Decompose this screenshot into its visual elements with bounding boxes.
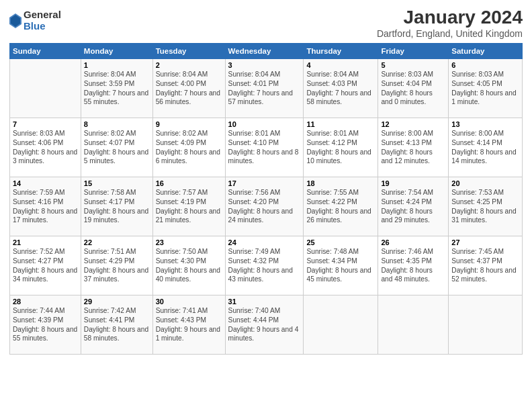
day-info: Sunrise: 8:00 AMSunset: 4:14 PMDaylight:… bbox=[451, 129, 519, 166]
calendar-day: 1Sunrise: 8:04 AMSunset: 3:59 PMDaylight… bbox=[81, 59, 152, 118]
day-number: 8 bbox=[84, 120, 150, 128]
day-info: Sunrise: 7:51 AMSunset: 4:29 PMDaylight:… bbox=[84, 247, 150, 284]
sunrise: Sunrise: 7:41 AM bbox=[156, 307, 208, 314]
sunrise: Sunrise: 8:01 AM bbox=[228, 130, 281, 137]
calendar-day: 15Sunrise: 7:58 AMSunset: 4:17 PMDayligh… bbox=[81, 177, 152, 236]
day-info: Sunrise: 7:48 AMSunset: 4:34 PMDaylight:… bbox=[306, 247, 375, 284]
sunrise: Sunrise: 8:02 AM bbox=[84, 130, 136, 137]
sunset: Sunset: 4:30 PM bbox=[156, 257, 206, 265]
calendar-day bbox=[378, 295, 449, 355]
sunset: Sunset: 4:29 PM bbox=[84, 257, 134, 265]
calendar-title: January 2024 bbox=[377, 7, 523, 28]
calendar-subtitle: Dartford, England, United Kingdom bbox=[377, 28, 523, 39]
day-info: Sunrise: 7:46 AMSunset: 4:35 PMDaylight:… bbox=[381, 247, 445, 284]
calendar-day: 8Sunrise: 8:02 AMSunset: 4:07 PMDaylight… bbox=[81, 118, 152, 177]
sunset: Sunset: 4:05 PM bbox=[451, 80, 502, 87]
day-info: Sunrise: 7:59 AMSunset: 4:16 PMDaylight:… bbox=[13, 188, 78, 225]
daylight: Daylight: 8 hours and 40 minutes. bbox=[156, 267, 220, 283]
daylight: Daylight: 9 hours and 4 minutes. bbox=[228, 326, 299, 342]
day-info: Sunrise: 7:58 AMSunset: 4:17 PMDaylight:… bbox=[84, 188, 150, 225]
day-number: 22 bbox=[84, 238, 150, 246]
sunset: Sunset: 4:41 PM bbox=[84, 316, 134, 324]
sunrise: Sunrise: 7:59 AM bbox=[13, 189, 65, 196]
daylight: Daylight: 8 hours and 21 minutes. bbox=[156, 208, 220, 224]
day-number: 24 bbox=[228, 238, 301, 246]
calendar-day: 5Sunrise: 8:03 AMSunset: 4:04 PMDaylight… bbox=[378, 59, 449, 118]
calendar-day: 2Sunrise: 8:04 AMSunset: 4:00 PMDaylight… bbox=[152, 59, 225, 118]
sunset: Sunset: 4:27 PM bbox=[13, 257, 63, 265]
calendar-day: 18Sunrise: 7:55 AMSunset: 4:22 PMDayligh… bbox=[304, 177, 378, 236]
calendar-week-4: 28Sunrise: 7:44 AMSunset: 4:39 PMDayligh… bbox=[10, 295, 523, 355]
calendar-week-0: 1Sunrise: 8:04 AMSunset: 3:59 PMDaylight… bbox=[10, 59, 523, 118]
sunset: Sunset: 4:25 PM bbox=[451, 198, 502, 205]
day-info: Sunrise: 7:44 AMSunset: 4:39 PMDaylight:… bbox=[13, 306, 78, 343]
sunset: Sunset: 4:07 PM bbox=[84, 139, 134, 146]
calendar-day: 13Sunrise: 8:00 AMSunset: 4:14 PMDayligh… bbox=[449, 118, 523, 177]
calendar-day bbox=[449, 295, 523, 355]
day-info: Sunrise: 7:45 AMSunset: 4:37 PMDaylight:… bbox=[451, 247, 519, 284]
day-number: 13 bbox=[451, 120, 519, 128]
day-number: 25 bbox=[306, 238, 375, 246]
sunset: Sunset: 4:14 PM bbox=[451, 139, 502, 146]
sunrise: Sunrise: 8:03 AM bbox=[13, 130, 65, 137]
daylight: Daylight: 8 hours and 0 minutes. bbox=[381, 89, 432, 106]
daylight: Daylight: 8 hours and 12 minutes. bbox=[381, 148, 432, 165]
sunrise: Sunrise: 8:04 AM bbox=[306, 71, 359, 78]
day-info: Sunrise: 7:55 AMSunset: 4:22 PMDaylight:… bbox=[306, 188, 375, 225]
header-monday: Monday bbox=[81, 44, 152, 59]
header-tuesday: Tuesday bbox=[152, 44, 225, 59]
daylight: Daylight: 8 hours and 3 minutes. bbox=[13, 148, 77, 165]
daylight: Daylight: 8 hours and 6 minutes. bbox=[156, 148, 220, 165]
day-info: Sunrise: 8:03 AMSunset: 4:05 PMDaylight:… bbox=[451, 70, 519, 107]
day-number: 10 bbox=[228, 120, 301, 128]
calendar-week-3: 21Sunrise: 7:52 AMSunset: 4:27 PMDayligh… bbox=[10, 236, 523, 295]
sunrise: Sunrise: 8:03 AM bbox=[451, 71, 504, 78]
calendar-day: 9Sunrise: 8:02 AMSunset: 4:09 PMDaylight… bbox=[152, 118, 225, 177]
header-friday: Friday bbox=[378, 44, 449, 59]
day-number: 3 bbox=[228, 61, 301, 69]
daylight: Daylight: 8 hours and 34 minutes. bbox=[13, 267, 77, 283]
daylight: Daylight: 8 hours and 8 minutes. bbox=[228, 148, 299, 165]
day-number: 28 bbox=[13, 298, 78, 306]
sunrise: Sunrise: 7:58 AM bbox=[84, 189, 136, 196]
sunset: Sunset: 4:34 PM bbox=[306, 257, 357, 265]
daylight: Daylight: 8 hours and 26 minutes. bbox=[306, 208, 371, 224]
sunrise: Sunrise: 7:44 AM bbox=[13, 307, 65, 314]
day-number: 9 bbox=[156, 120, 222, 128]
day-info: Sunrise: 8:03 AMSunset: 4:06 PMDaylight:… bbox=[13, 129, 78, 166]
day-info: Sunrise: 7:57 AMSunset: 4:19 PMDaylight:… bbox=[156, 188, 222, 225]
daylight: Daylight: 8 hours and 10 minutes. bbox=[306, 148, 371, 165]
calendar-day: 3Sunrise: 8:04 AMSunset: 4:01 PMDaylight… bbox=[225, 59, 304, 118]
calendar-day: 28Sunrise: 7:44 AMSunset: 4:39 PMDayligh… bbox=[10, 295, 81, 355]
day-info: Sunrise: 8:01 AMSunset: 4:12 PMDaylight:… bbox=[306, 129, 375, 166]
logo-general: General bbox=[24, 9, 61, 21]
daylight: Daylight: 8 hours and 55 minutes. bbox=[13, 326, 77, 342]
sunset: Sunset: 4:19 PM bbox=[156, 198, 206, 205]
daylight: Daylight: 7 hours and 55 minutes. bbox=[84, 89, 148, 106]
calendar-day: 26Sunrise: 7:46 AMSunset: 4:35 PMDayligh… bbox=[378, 236, 449, 295]
daylight: Daylight: 8 hours and 45 minutes. bbox=[306, 267, 371, 283]
day-info: Sunrise: 8:02 AMSunset: 4:09 PMDaylight:… bbox=[156, 129, 222, 166]
sunrise: Sunrise: 8:00 AM bbox=[381, 130, 433, 137]
day-info: Sunrise: 7:53 AMSunset: 4:25 PMDaylight:… bbox=[451, 188, 519, 225]
sunrise: Sunrise: 8:03 AM bbox=[381, 71, 433, 78]
sunset: Sunset: 4:00 PM bbox=[156, 80, 206, 87]
daylight: Daylight: 8 hours and 19 minutes. bbox=[84, 208, 148, 224]
day-info: Sunrise: 8:04 AMSunset: 3:59 PMDaylight:… bbox=[84, 70, 150, 107]
day-info: Sunrise: 7:42 AMSunset: 4:41 PMDaylight:… bbox=[84, 306, 150, 343]
sunset: Sunset: 4:20 PM bbox=[228, 198, 279, 205]
calendar-day: 20Sunrise: 7:53 AMSunset: 4:25 PMDayligh… bbox=[449, 177, 523, 236]
header: General Blue January 2024 Dartford, Engl… bbox=[9, 7, 523, 39]
calendar-day: 14Sunrise: 7:59 AMSunset: 4:16 PMDayligh… bbox=[10, 177, 81, 236]
sunset: Sunset: 4:12 PM bbox=[306, 139, 357, 146]
sunrise: Sunrise: 8:01 AM bbox=[306, 130, 359, 137]
sunset: Sunset: 4:24 PM bbox=[381, 198, 431, 205]
day-number: 16 bbox=[156, 179, 222, 187]
sunrise: Sunrise: 7:40 AM bbox=[228, 307, 281, 314]
daylight: Daylight: 8 hours and 1 minute. bbox=[451, 89, 516, 106]
day-info: Sunrise: 8:01 AMSunset: 4:10 PMDaylight:… bbox=[228, 129, 301, 166]
calendar-day: 10Sunrise: 8:01 AMSunset: 4:10 PMDayligh… bbox=[225, 118, 304, 177]
calendar-day: 7Sunrise: 8:03 AMSunset: 4:06 PMDaylight… bbox=[10, 118, 81, 177]
daylight: Daylight: 8 hours and 14 minutes. bbox=[451, 148, 516, 165]
sunrise: Sunrise: 7:51 AM bbox=[84, 248, 136, 255]
